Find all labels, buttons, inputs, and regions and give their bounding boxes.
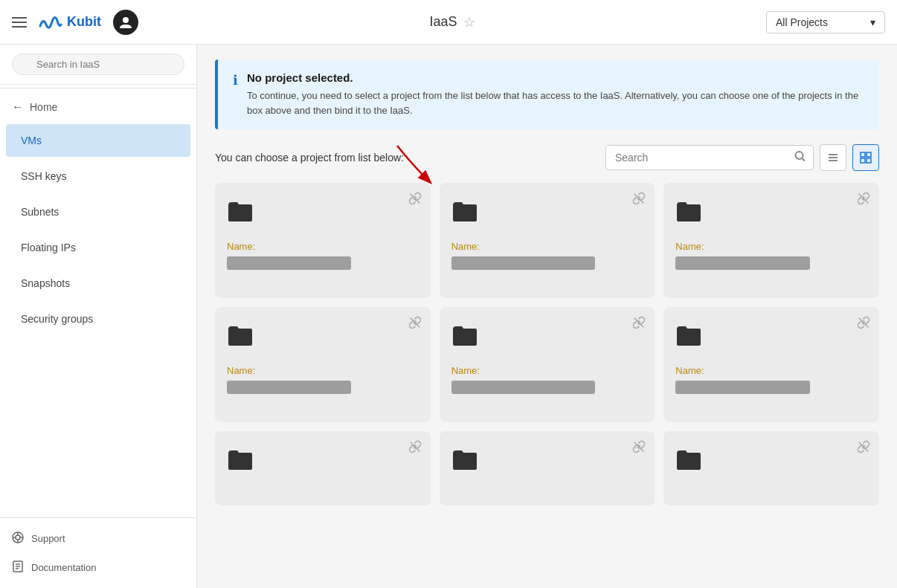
project-card-7[interactable] (215, 431, 431, 505)
folder-icon-1 (227, 201, 419, 229)
search-icon (794, 151, 806, 165)
support-label: Support (31, 533, 65, 544)
name-bar-2 (451, 256, 595, 270)
page-title-area: IaaS ☆ (429, 14, 475, 30)
sidebar-item-ssh-keys[interactable]: SSH keys (6, 160, 190, 193)
main-layout: 🔍 ← Home VMs SSH keys Subnets Floating I… (0, 45, 897, 588)
favorite-icon[interactable]: ☆ (463, 14, 475, 30)
svg-point-11 (796, 152, 803, 159)
svg-line-23 (859, 194, 868, 203)
documentation-icon (12, 560, 24, 575)
sidebar-item-vms-label: VMs (21, 135, 42, 146)
sidebar-search-area: 🔍 (0, 45, 196, 85)
project-card-6[interactable]: Name: (663, 307, 879, 422)
search-input[interactable] (605, 145, 814, 170)
svg-rect-19 (867, 158, 871, 163)
info-icon: ℹ (233, 72, 238, 117)
project-card-3[interactable]: Name: (663, 183, 879, 298)
unlink-icon-5 (632, 316, 646, 332)
unlink-icon-2 (632, 192, 646, 207)
unlink-icon-7 (408, 440, 422, 456)
project-card-8[interactable] (440, 431, 655, 505)
name-label-1: Name: (227, 241, 419, 252)
sidebar-support-button[interactable]: Support (0, 524, 196, 553)
support-icon (12, 532, 24, 546)
name-label-6: Name: (675, 365, 867, 376)
unlink-icon-9 (857, 440, 870, 456)
name-bar-5 (451, 381, 595, 394)
svg-line-25 (634, 318, 643, 327)
sidebar-item-snapshots[interactable]: Snapshots (6, 267, 190, 300)
svg-line-29 (859, 442, 868, 451)
sidebar-divider-1 (0, 88, 196, 88)
hamburger-button[interactable] (12, 17, 27, 28)
project-selector[interactable]: All Projects ▾ (766, 11, 885, 33)
svg-line-27 (411, 442, 419, 451)
folder-icon-7 (227, 449, 419, 477)
sidebar-item-security-groups[interactable]: Security groups (6, 303, 190, 335)
svg-rect-16 (861, 152, 865, 157)
info-banner-title: No project selected. (247, 71, 864, 84)
svg-rect-18 (861, 158, 865, 163)
project-card-9[interactable] (663, 431, 879, 505)
svg-line-21 (411, 194, 419, 203)
project-card-5[interactable]: Name: (440, 307, 655, 422)
documentation-label: Documentation (31, 562, 96, 573)
top-bar-left: Kubit (12, 10, 138, 35)
dropdown-arrow-icon: ▾ (870, 16, 875, 28)
unlink-icon-4 (408, 316, 422, 332)
svg-point-0 (123, 17, 129, 23)
sidebar-search-input[interactable] (12, 54, 184, 75)
folder-icon-6 (675, 325, 867, 353)
svg-line-26 (859, 318, 868, 327)
name-label-4: Name: (227, 365, 419, 376)
sidebar-bottom: Support Documentation (0, 517, 196, 588)
back-arrow-icon: ← (12, 100, 24, 114)
unlink-icon-1 (408, 192, 422, 207)
sidebar-item-ssh-keys-label: SSH keys (21, 170, 66, 182)
folder-icon-4 (227, 325, 419, 353)
sidebar-item-floating-ips-label: Floating IPs (21, 242, 76, 253)
grid-view-button[interactable] (852, 144, 879, 171)
sidebar-item-subnets-label: Subnets (21, 206, 59, 218)
logo-icon (39, 14, 62, 30)
sidebar-item-snapshots-label: Snapshots (21, 277, 70, 289)
projects-grid: Name: Name: Name: (215, 183, 879, 505)
search-bar-area (605, 144, 879, 171)
name-bar-4 (227, 381, 351, 394)
sidebar-documentation-button[interactable]: Documentation (0, 553, 196, 582)
svg-line-24 (411, 318, 419, 327)
svg-point-2 (16, 535, 20, 540)
sidebar-home-button[interactable]: ← Home (0, 91, 196, 123)
folder-icon-9 (675, 449, 867, 477)
sidebar-item-vms[interactable]: VMs (6, 124, 190, 157)
logo-area: Kubit (39, 14, 101, 30)
name-label-3: Name: (675, 241, 867, 252)
project-selector-label: All Projects (776, 16, 828, 28)
svg-line-28 (634, 442, 643, 451)
logo-text: Kubit (67, 14, 101, 30)
name-bar-3 (675, 256, 809, 270)
name-bar-1 (227, 256, 351, 270)
sidebar-item-floating-ips[interactable]: Floating IPs (6, 231, 190, 264)
page-title: IaaS (429, 14, 457, 30)
svg-rect-17 (867, 152, 871, 157)
sidebar-search-wrapper: 🔍 (12, 54, 184, 75)
sidebar: 🔍 ← Home VMs SSH keys Subnets Floating I… (0, 45, 197, 588)
unlink-icon-3 (857, 192, 870, 207)
list-view-button[interactable] (820, 144, 846, 171)
info-banner: ℹ No project selected. To continue, you … (215, 59, 879, 129)
user-avatar[interactable] (113, 10, 138, 35)
sidebar-home-label: Home (30, 101, 57, 113)
project-card-2[interactable]: Name: (440, 183, 655, 298)
project-card-4[interactable]: Name: (215, 307, 431, 422)
folder-icon-5 (451, 325, 643, 353)
projects-header: You can choose a project from list below… (215, 144, 879, 171)
name-label-5: Name: (451, 365, 643, 376)
project-card-1[interactable]: Name: (215, 183, 431, 298)
unlink-icon-6 (857, 316, 870, 332)
folder-icon-3 (675, 201, 867, 229)
sidebar-item-security-groups-label: Security groups (21, 313, 93, 325)
sidebar-item-subnets[interactable]: Subnets (6, 196, 190, 228)
folder-icon-8 (451, 449, 643, 477)
